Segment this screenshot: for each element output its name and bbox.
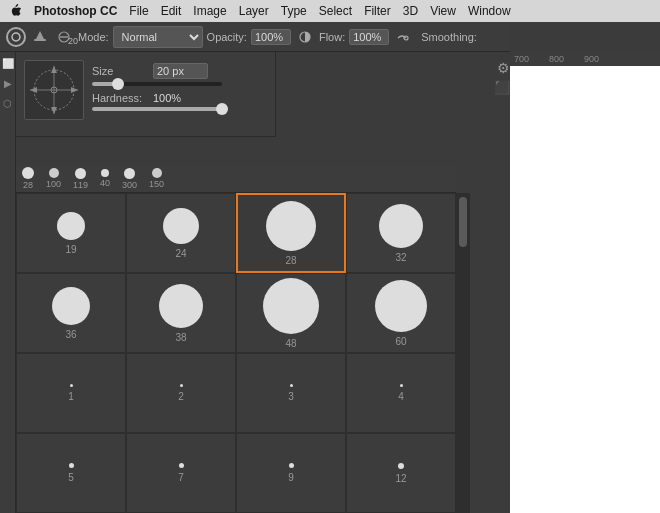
brush-settings-form: Size Hardness: 100%	[92, 63, 267, 117]
brush-cell[interactable]: 2	[126, 353, 236, 433]
brush-cell-label: 32	[395, 252, 406, 263]
brush-cell-label: 48	[285, 338, 296, 349]
airbrush-icon[interactable]	[393, 27, 413, 47]
brush-cell[interactable]: 4	[346, 353, 456, 433]
ruler-top: 700 800 900	[510, 52, 660, 66]
hardness-label: Hardness:	[92, 92, 147, 104]
brush-cell[interactable]: 1	[16, 353, 126, 433]
brush-cell-circle	[52, 287, 90, 325]
preset-28[interactable]: 28	[22, 167, 34, 190]
menubar: Photoshop CC File Edit Image Layer Type …	[0, 0, 660, 22]
brush-cell-label: 4	[398, 391, 404, 402]
menu-window[interactable]: Window	[468, 4, 511, 18]
menu-image[interactable]: Image	[193, 4, 226, 18]
svg-rect-4	[60, 36, 68, 37]
brush-cell-label: 12	[395, 473, 406, 484]
brush-cell[interactable]: 3	[236, 353, 346, 433]
white-canvas[interactable]	[510, 66, 660, 513]
preset-300[interactable]: 300	[122, 168, 137, 190]
brush-tool-icon[interactable]	[6, 27, 26, 47]
brush-cell-label: 38	[175, 332, 186, 343]
menu-layer[interactable]: Layer	[239, 4, 269, 18]
flow-label: Flow:	[319, 31, 345, 43]
brush-cell-circle	[180, 384, 183, 387]
size-slider[interactable]	[92, 82, 222, 86]
preset-119[interactable]: 119	[73, 168, 88, 190]
brush-settings-gear-icon[interactable]: ⚙	[497, 60, 510, 76]
menu-filter[interactable]: Filter	[364, 4, 391, 18]
brush-cell-label: 36	[65, 329, 76, 340]
brush-cell[interactable]: 60	[346, 273, 456, 353]
brush-cell-circle	[375, 280, 427, 332]
canvas-area: 700 800 900	[510, 52, 660, 513]
svg-marker-12	[51, 107, 57, 114]
brush-cell-circle	[400, 384, 403, 387]
brush-cell[interactable]: 7	[126, 433, 236, 513]
menu-3d[interactable]: 3D	[403, 4, 418, 18]
apple-icon[interactable]	[8, 3, 22, 19]
preset-100[interactable]: 100	[46, 168, 61, 189]
menu-edit[interactable]: Edit	[161, 4, 182, 18]
brush-cell[interactable]: 9	[236, 433, 346, 513]
size-input[interactable]	[153, 63, 208, 79]
brush-collapse-icon[interactable]: ⬛	[494, 80, 510, 95]
brush-cell[interactable]: 12	[346, 433, 456, 513]
brush-presets-row: 28 100 119 40 300 150	[16, 165, 456, 193]
brush-cell-circle	[70, 384, 73, 387]
brush-cell-circle	[379, 204, 423, 248]
app-name[interactable]: Photoshop CC	[34, 4, 117, 18]
left-sidebar: ⬜ ▶ ⬡	[0, 52, 16, 513]
svg-rect-1	[34, 39, 46, 41]
ruler-800: 800	[549, 54, 564, 64]
brush-cell-circle	[159, 284, 203, 328]
brush-cell-circle	[290, 384, 293, 387]
brush-cell[interactable]: 48	[236, 273, 346, 353]
opacity-input[interactable]	[251, 29, 291, 45]
marquee-tool[interactable]: ⬜	[1, 56, 15, 70]
brush-cell[interactable]: 24	[126, 193, 236, 273]
svg-marker-2	[36, 31, 44, 39]
svg-marker-11	[51, 66, 57, 73]
menu-select[interactable]: Select	[319, 4, 352, 18]
menu-type[interactable]: Type	[281, 4, 307, 18]
arrow-icon[interactable]: ▶	[1, 76, 15, 90]
opacity-toggle-icon[interactable]	[295, 27, 315, 47]
brush-cell-circle	[263, 278, 319, 334]
brush-grid: 1924283236384860123457912	[16, 193, 456, 513]
brush-cell-label: 28	[285, 255, 296, 266]
lasso-tool[interactable]: ⬡	[1, 96, 15, 110]
preset-40[interactable]: 40	[100, 169, 110, 188]
brush-cell[interactable]: 5	[16, 433, 126, 513]
brush-cell[interactable]: 38	[126, 273, 236, 353]
brush-cell[interactable]: 32	[346, 193, 456, 273]
brush-cell-label: 3	[288, 391, 294, 402]
scrollbar-track[interactable]	[456, 193, 470, 513]
brush-cell[interactable]: 36	[16, 273, 126, 353]
mode-label: Mode:	[78, 31, 109, 43]
svg-point-0	[12, 33, 20, 41]
brush-cell-label: 1	[68, 391, 74, 402]
mode-dropdown[interactable]: Normal Multiply Screen Overlay	[113, 26, 203, 48]
brush-cell-circle	[57, 212, 85, 240]
hardness-slider[interactable]	[92, 107, 222, 111]
hardness-value: 100%	[153, 92, 181, 104]
brush-cell-circle	[289, 463, 294, 468]
svg-marker-14	[71, 87, 78, 93]
brush-size-small: 20	[68, 36, 78, 46]
brush-cell-label: 9	[288, 472, 294, 483]
menu-file[interactable]: File	[129, 4, 148, 18]
brush-picker-icon[interactable]	[30, 27, 50, 47]
brush-preview	[24, 60, 84, 120]
brush-cell-circle	[69, 463, 74, 468]
brush-cell[interactable]: 19	[16, 193, 126, 273]
preset-150[interactable]: 150	[149, 168, 164, 189]
brush-cell-label: 19	[65, 244, 76, 255]
scrollbar-thumb[interactable]	[459, 197, 467, 247]
brush-cell[interactable]: 28	[236, 193, 346, 273]
brush-preview-area: Size Hardness: 100%	[24, 60, 267, 120]
flow-input[interactable]	[349, 29, 389, 45]
ruler-900: 900	[584, 54, 599, 64]
brush-cell-circle	[398, 463, 404, 469]
menu-view[interactable]: View	[430, 4, 456, 18]
opacity-label: Opacity:	[207, 31, 247, 43]
